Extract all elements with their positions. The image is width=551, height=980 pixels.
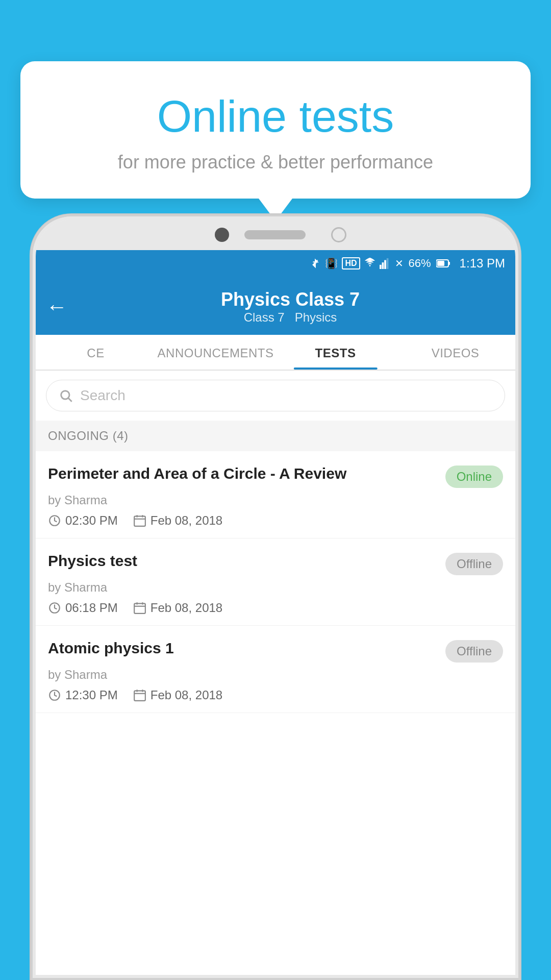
- search-input-placeholder: Search: [80, 387, 126, 404]
- test-title-3: Atomic physics 1: [48, 638, 437, 659]
- app-toolbar: ← Physics Class 7 Class 7 Physics: [36, 277, 515, 335]
- signal-icon: [380, 258, 391, 269]
- camera: [215, 228, 229, 242]
- test-author-3: by Sharma: [48, 668, 503, 682]
- calendar-icon-3: [133, 689, 146, 702]
- test-item[interactable]: Perimeter and Area of a Circle - A Revie…: [36, 451, 515, 538]
- tab-announcements[interactable]: ANNOUNCEMENTS: [156, 335, 276, 370]
- tab-ce[interactable]: CE: [36, 335, 156, 370]
- test-item[interactable]: Physics test Offline by Sharma 06:18 PM: [36, 538, 515, 626]
- tooltip-subtitle: for more practice & better performance: [51, 152, 500, 173]
- search-container: Search: [36, 371, 515, 421]
- svg-rect-7: [448, 262, 450, 265]
- test-time-1: 02:30 PM: [48, 513, 118, 528]
- toolbar-title-area: Physics Class 7 Class 7 Physics: [76, 289, 505, 325]
- tab-videos[interactable]: VIDEOS: [395, 335, 515, 370]
- test-author-1: by Sharma: [48, 493, 503, 507]
- test-title-1: Perimeter and Area of a Circle - A Revie…: [48, 463, 437, 484]
- svg-rect-11: [134, 516, 145, 526]
- tooltip-title: Online tests: [51, 92, 500, 141]
- bluetooth-icon: [310, 258, 321, 269]
- search-icon: [59, 388, 73, 403]
- status-icons: 📳 HD: [310, 257, 403, 270]
- svg-rect-6: [437, 261, 444, 266]
- clock-icon-2: [48, 601, 61, 615]
- battery-text: 66%: [409, 257, 431, 270]
- status-badge-3: Offline: [445, 640, 503, 663]
- test-title-2: Physics test: [48, 551, 437, 572]
- phone-frame: 📳 HD: [31, 214, 520, 980]
- svg-rect-3: [384, 260, 386, 269]
- search-bar[interactable]: Search: [46, 380, 505, 411]
- vibrate-icon: 📳: [325, 257, 338, 270]
- test-date-3: Feb 08, 2018: [133, 688, 222, 702]
- phone-screen: 📳 HD: [36, 250, 515, 975]
- status-badge-1: Online: [445, 465, 503, 488]
- svg-line-9: [68, 398, 71, 401]
- section-header: ONGOING (4): [36, 421, 515, 451]
- tabs-bar: CE ANNOUNCEMENTS TESTS VIDEOS: [36, 335, 515, 371]
- svg-point-0: [369, 265, 370, 266]
- test-meta-2: 06:18 PM Feb 08, 2018: [48, 601, 503, 615]
- hd-icon: HD: [342, 257, 360, 270]
- tooltip-card: Online tests for more practice & better …: [20, 61, 531, 199]
- toolbar-main-title: Physics Class 7: [76, 289, 505, 310]
- svg-point-8: [61, 391, 69, 399]
- no-signal-icon: ✕: [395, 257, 404, 270]
- phone-inner: 📳 HD: [36, 219, 515, 975]
- toolbar-subtitle: Class 7 Physics: [76, 310, 505, 325]
- tab-tests[interactable]: TESTS: [276, 335, 395, 370]
- status-badge-2: Offline: [445, 553, 503, 575]
- clock-icon-3: [48, 689, 61, 702]
- test-time-3: 12:30 PM: [48, 688, 118, 702]
- test-author-2: by Sharma: [48, 580, 503, 595]
- calendar-icon-2: [133, 601, 146, 615]
- calendar-icon-1: [133, 514, 146, 527]
- svg-rect-21: [134, 691, 145, 701]
- wifi-icon: [364, 258, 375, 269]
- back-button[interactable]: ←: [46, 295, 67, 319]
- home-button-area: [331, 227, 346, 242]
- clock-icon-1: [48, 514, 61, 527]
- test-item[interactable]: Atomic physics 1 Offline by Sharma 12:30…: [36, 626, 515, 713]
- test-time-2: 06:18 PM: [48, 601, 118, 615]
- status-time: 1:13 PM: [460, 256, 505, 271]
- status-bar: 📳 HD: [36, 250, 515, 277]
- svg-rect-16: [134, 603, 145, 614]
- test-meta-1: 02:30 PM Feb 08, 2018: [48, 513, 503, 528]
- phone-top-bar: [36, 219, 515, 250]
- svg-rect-1: [380, 265, 382, 269]
- test-date-2: Feb 08, 2018: [133, 601, 222, 615]
- svg-rect-4: [386, 258, 388, 269]
- test-date-1: Feb 08, 2018: [133, 513, 222, 528]
- test-list: Perimeter and Area of a Circle - A Revie…: [36, 451, 515, 713]
- test-meta-3: 12:30 PM Feb 08, 2018: [48, 688, 503, 702]
- svg-rect-2: [382, 262, 384, 269]
- battery-icon: [436, 259, 450, 268]
- speaker: [244, 230, 306, 239]
